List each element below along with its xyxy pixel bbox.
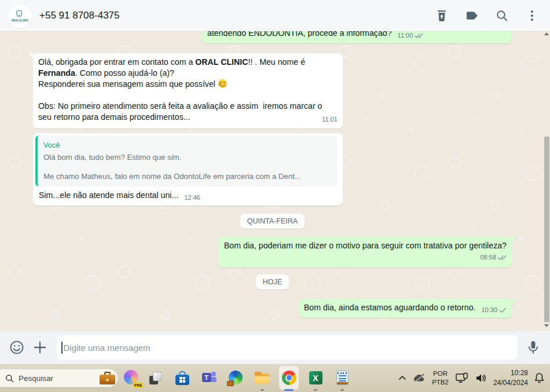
microsoft-store-button[interactable] [173, 364, 192, 392]
quote-text: Olá bom dia, tudo bem? Estimo que sim. [43, 152, 332, 162]
smiling-face-emoji-icon [218, 79, 228, 89]
date-divider: HOJE [256, 274, 289, 290]
attach-icon[interactable] [32, 340, 47, 355]
message-text: Responderei sua mensagem assim que possí… [38, 79, 218, 89]
notepad-button[interactable] [332, 364, 352, 392]
clock-date[interactable]: 10:28 24/04/2024 [493, 368, 528, 387]
message-outgoing[interactable]: atendendo ENDODONTIA, procede a informaç… [202, 31, 512, 43]
message-text-bold: Fernanda [38, 68, 75, 78]
message-time: 10:30 [481, 305, 497, 316]
text-caret [61, 342, 63, 354]
task-view-button[interactable] [146, 364, 166, 392]
message-incoming[interactable]: Olá, obrigada por entrar em contato com … [33, 53, 343, 129]
taskbar-search[interactable]: Pesquisar [0, 369, 118, 387]
windows-taskbar: Pesquisar PRE T [0, 364, 550, 392]
running-indicator [340, 389, 344, 391]
message-time: 08:58 [480, 252, 496, 263]
system-tray: POR PTB2 10:28 24/04/2024 [398, 364, 550, 392]
briefcase-highlight-icon [100, 372, 115, 384]
search-icon[interactable] [494, 8, 509, 23]
file-explorer-button[interactable] [252, 364, 272, 392]
message-text: Bom dia, poderiam me dizer o motivo para… [224, 240, 507, 251]
message-input[interactable] [64, 343, 511, 353]
delete-icon[interactable] [434, 8, 449, 23]
scrollbar-down-arrow[interactable] [544, 324, 549, 327]
message-row: Olá, obrigada por entrar em contato com … [33, 53, 512, 129]
message-incoming[interactable]: Você Olá bom dia, tudo bem? Estimo que s… [33, 133, 343, 206]
search-icon [5, 374, 14, 383]
date-divider-row: HOJE [33, 274, 512, 290]
tray-chevron-icon[interactable] [398, 375, 406, 380]
blank-line [43, 162, 332, 171]
chrome-icon [282, 371, 296, 385]
running-indicator [314, 389, 317, 391]
task-view-icon [149, 372, 162, 384]
running-indicator [261, 389, 264, 391]
tray-time: 10:28 [511, 369, 528, 377]
bubble-tail [512, 299, 516, 305]
message-meta: 11:00 [398, 31, 424, 41]
search-placeholder: Pesquisar [19, 374, 100, 383]
message-text: Obs: No primeiro atendimento será feita … [38, 101, 338, 123]
onedrive-paused-icon[interactable] [413, 373, 426, 383]
chat-area: atendendo ENDODONTIA, procede a informaç… [0, 31, 550, 331]
double-check-icon [498, 255, 507, 261]
chrome-button[interactable] [279, 366, 299, 390]
bubble-tail [28, 53, 33, 60]
copilot-pre-badge: PRE [133, 383, 144, 388]
edge-button[interactable] [226, 364, 245, 392]
emoji-picker-icon[interactable] [9, 340, 24, 355]
message-row: Bom dia, poderiam me dizer o motivo para… [33, 237, 512, 268]
double-check-icon [415, 33, 423, 39]
language-code: POR [433, 370, 448, 377]
active-indicator [284, 389, 294, 391]
message-text-bold: ORAL CLINIC [195, 57, 248, 67]
message-outgoing[interactable]: Bom dia, poderiam me dizer o motivo para… [219, 237, 512, 268]
message-time: 12:46 [184, 192, 200, 203]
message-input-container[interactable] [57, 335, 518, 360]
teams-icon: T [202, 371, 217, 385]
message-time: 11:01 [322, 114, 338, 125]
date-divider-row: QUINTA-FEIRA [33, 214, 512, 229]
network-icon[interactable] [455, 372, 469, 384]
label-icon[interactable] [464, 8, 479, 23]
message-row: atendendo ENDODONTIA, procede a informaç… [33, 31, 512, 43]
notifications-bell-icon[interactable] [534, 372, 544, 383]
quote-text: Me chamo Matheus, falo em nome da Odonto… [43, 171, 332, 181]
teams-button[interactable]: T [199, 364, 219, 392]
message-text: Olá, obrigada por entrar em contato com … [38, 57, 195, 67]
menu-icon[interactable] [525, 8, 540, 23]
contact-avatar[interactable]: ORALCLINIC [8, 4, 32, 28]
volume-icon[interactable] [475, 373, 487, 383]
edge-icon [229, 371, 243, 385]
message-time: 11:00 [398, 31, 413, 41]
language-indicator[interactable]: POR PTB2 [432, 369, 449, 387]
work-profile-badge [227, 381, 234, 386]
bubble-tail [512, 237, 516, 243]
quote-author: Você [43, 140, 332, 151]
excel-button[interactable]: X [306, 364, 325, 392]
message-outgoing[interactable]: Bom dia, ainda estamos aguardando o reto… [299, 299, 512, 318]
message-meta: 10:30 [481, 305, 507, 316]
blank-line [38, 90, 338, 101]
scrollbar-up-arrow[interactable] [544, 32, 549, 35]
message-meta: 08:58 [480, 252, 507, 263]
scrollbar-thumb[interactable] [544, 137, 549, 322]
microsoft-store-icon [175, 371, 189, 385]
copilot-icon[interactable]: PRE [124, 370, 141, 386]
contact-name[interactable]: +55 91 8708-4375 [39, 10, 434, 21]
tooth-logo-icon [15, 9, 25, 20]
message-meta: 12:46 [184, 192, 200, 203]
file-explorer-icon [255, 372, 270, 384]
microphone-icon[interactable] [526, 340, 541, 355]
chat-header: ORALCLINIC +55 91 8708-4375 [0, 0, 550, 31]
message-row: Bom dia, ainda estamos aguardando o reto… [33, 299, 512, 318]
notepad-icon [336, 371, 349, 385]
message-row: Você Olá bom dia, tudo bem? Estimo que s… [33, 133, 512, 206]
message-text: atendendo ENDODONTIA, procede a informaç… [207, 31, 392, 39]
keyboard-layout: PTB2 [432, 379, 449, 386]
quoted-message[interactable]: Você Olá bom dia, tudo bem? Estimo que s… [35, 135, 338, 186]
message-text: Bom dia, ainda estamos aguardando o reto… [304, 302, 476, 313]
message-text: Sim...ele não atende mais dental uni... [39, 190, 178, 201]
taskbar-apps: T X [146, 364, 352, 392]
